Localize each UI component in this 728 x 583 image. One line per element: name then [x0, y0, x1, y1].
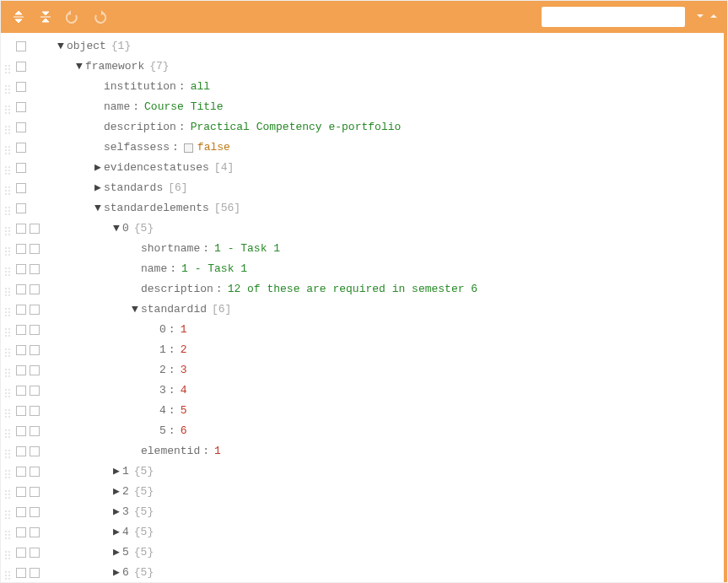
search-input[interactable]: [552, 10, 682, 24]
node-key: 6: [122, 563, 129, 582]
undo-button[interactable]: [62, 6, 84, 28]
toggle-icon[interactable]: ▼: [92, 198, 104, 219]
svg-point-26: [5, 146, 7, 148]
tree-row-evidencestatuses[interactable]: ▶ evidencestatuses [4]: [1, 158, 724, 178]
svg-point-10: [5, 89, 7, 90]
svg-point-14: [5, 105, 7, 107]
tree-row-name[interactable]: name : Course Title: [1, 97, 724, 117]
svg-point-7: [8, 72, 10, 73]
tree-row-standardid[interactable]: ▼ standardid [6]: [1, 300, 724, 320]
tree-row-se0-description[interactable]: description : 12 of these are required i…: [1, 279, 724, 300]
svg-point-44: [5, 207, 7, 208]
tree-row-se-collapsed[interactable]: ▶ 3 {5}: [1, 502, 724, 522]
svg-point-154: [5, 575, 7, 576]
svg-point-6: [5, 72, 7, 73]
toggle-icon[interactable]: ▼: [111, 219, 122, 239]
tree-row-se-collapsed[interactable]: ▶ 2 {5}: [1, 482, 724, 502]
svg-point-70: [5, 291, 7, 293]
tree-row-se-collapsed[interactable]: ▶ 5 {5}: [1, 543, 724, 563]
svg-point-101: [8, 392, 10, 394]
svg-point-102: [5, 396, 7, 397]
svg-point-73: [8, 294, 10, 296]
svg-point-35: [8, 170, 10, 171]
svg-point-30: [5, 153, 7, 154]
svg-point-21: [8, 126, 10, 127]
svg-point-153: [8, 571, 10, 573]
toggle-icon[interactable]: ▶: [111, 502, 122, 522]
svg-point-27: [8, 146, 10, 148]
svg-point-56: [5, 247, 7, 249]
svg-point-65: [8, 271, 10, 273]
svg-point-53: [8, 230, 10, 232]
tree-view[interactable]: ▼ object {1} ▼ framework {7} institution…: [1, 33, 724, 582]
svg-point-46: [5, 210, 7, 212]
toggle-icon[interactable]: ▶: [92, 178, 104, 198]
toggle-icon[interactable]: ▶: [111, 543, 122, 563]
node-value: Course Title: [144, 97, 224, 117]
toggle-icon[interactable]: ▼: [129, 300, 141, 320]
tree-row-framework[interactable]: ▼ framework {7}: [1, 57, 724, 77]
svg-point-113: [8, 433, 10, 435]
node-meta: [56]: [214, 198, 240, 219]
svg-point-22: [5, 129, 7, 131]
tree-row-root[interactable]: ▼ object {1}: [1, 36, 724, 57]
node-meta: {5}: [134, 522, 154, 543]
bool-checkbox-icon[interactable]: [184, 143, 193, 153]
toggle-icon[interactable]: ▶: [111, 462, 122, 482]
toggle-icon[interactable]: ▶: [111, 563, 122, 582]
svg-point-16: [5, 109, 7, 111]
node-value: 6: [181, 421, 187, 441]
svg-point-92: [5, 369, 7, 370]
tree-row-se-0[interactable]: ▼ 0 {5}: [1, 219, 724, 239]
toggle-icon[interactable]: ▼: [73, 57, 85, 77]
tree-row-shortname[interactable]: shortname : 1 - Task 1: [1, 239, 724, 259]
tree-row-se0-name[interactable]: name : 1 - Task 1: [1, 259, 724, 279]
svg-point-90: [5, 355, 7, 357]
tree-row-se-collapsed[interactable]: ▶ 4 {5}: [1, 522, 724, 543]
redo-button[interactable]: [89, 6, 111, 28]
svg-point-130: [5, 494, 7, 495]
tree-row-se-collapsed[interactable]: ▶ 1 {5}: [1, 462, 724, 482]
tree-row-elementid[interactable]: elementid : 1: [1, 441, 724, 462]
svg-point-80: [5, 328, 7, 330]
toggle-icon[interactable]: ▼: [55, 36, 67, 57]
svg-point-86: [5, 348, 7, 350]
tree-row-description[interactable]: description : Practical Competency e-por…: [1, 117, 724, 138]
search-prev-icon[interactable]: [709, 11, 720, 23]
collapse-all-button[interactable]: [35, 6, 57, 28]
toggle-icon[interactable]: ▶: [92, 158, 104, 178]
node-meta: {5}: [134, 219, 154, 239]
tree-row-standards[interactable]: ▶ standards [6]: [1, 178, 724, 198]
svg-point-40: [5, 190, 7, 192]
tree-row-standardid-item[interactable]: 1 : 2: [1, 340, 724, 360]
tree-row-institution[interactable]: institution : all: [1, 77, 724, 97]
svg-point-142: [5, 534, 7, 536]
node-meta: {1}: [111, 36, 131, 57]
svg-point-38: [5, 186, 7, 188]
node-key: 1: [159, 340, 166, 360]
tree-row-standardelements[interactable]: ▼ standardelements [56]: [1, 198, 724, 219]
node-key: evidencestatuses: [104, 158, 209, 178]
svg-point-110: [5, 429, 7, 431]
expand-all-button[interactable]: [8, 6, 30, 28]
svg-point-84: [5, 335, 7, 337]
toggle-icon[interactable]: ▶: [111, 522, 122, 543]
tree-row-standardid-item[interactable]: 5 : 6: [1, 421, 724, 441]
search-next-icon[interactable]: [695, 11, 707, 23]
svg-point-141: [8, 531, 10, 532]
tree-row-standardid-item[interactable]: 0 : 1: [1, 320, 724, 340]
tree-row-standardid-item[interactable]: 3 : 4: [1, 381, 724, 401]
svg-point-9: [8, 85, 10, 87]
svg-point-111: [8, 429, 10, 431]
toolbar: [1, 1, 727, 33]
svg-point-138: [5, 517, 7, 519]
tree-row-standardid-item[interactable]: 2 : 3: [1, 360, 724, 381]
tree-row-selfassess[interactable]: selfassess : false: [1, 138, 724, 158]
tree-row-se-collapsed[interactable]: ▶ 6 {5}: [1, 563, 724, 582]
node-key: 3: [159, 381, 166, 401]
svg-point-58: [5, 251, 7, 252]
svg-point-19: [8, 112, 10, 114]
tree-row-standardid-item[interactable]: 4 : 5: [1, 401, 724, 421]
toggle-icon[interactable]: ▶: [111, 482, 122, 502]
svg-point-145: [8, 537, 10, 539]
